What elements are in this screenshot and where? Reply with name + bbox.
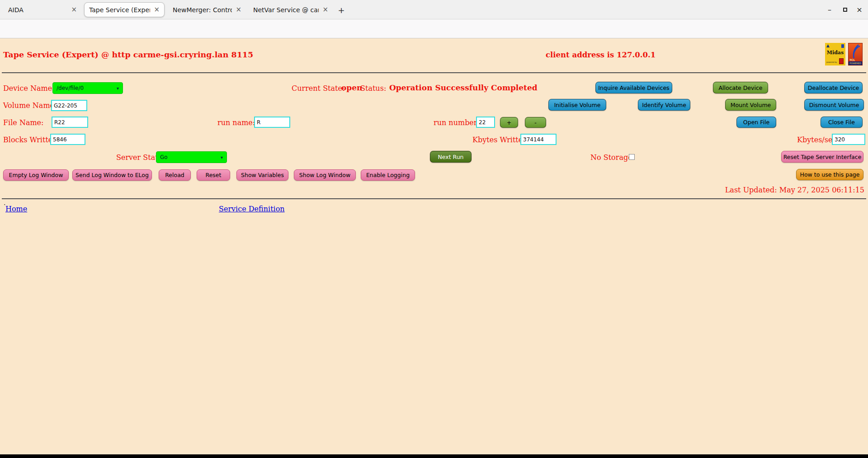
tab-close-icon[interactable]: × bbox=[236, 6, 241, 13]
volume-name-label: Volume Name: bbox=[3, 101, 57, 110]
tab-close-icon[interactable]: × bbox=[322, 6, 328, 13]
kbytes-written-input[interactable] bbox=[520, 134, 557, 145]
tab-close-icon[interactable]: × bbox=[71, 6, 77, 13]
server-state-select[interactable]: Go ▾ bbox=[156, 151, 227, 163]
current-state-label: Current State: bbox=[292, 84, 344, 93]
tab-close-icon[interactable]: × bbox=[154, 6, 160, 13]
file-name-label: File Name: bbox=[3, 118, 43, 127]
last-updated-text: Last Updated: May 27, 2025 06:11:15 bbox=[725, 186, 864, 194]
empty-log-window-button[interactable]: Empty Log Window bbox=[3, 169, 69, 181]
reload-page-button[interactable]: Reload bbox=[159, 169, 191, 181]
status-label: Status: bbox=[360, 84, 386, 93]
deallocate-device-button[interactable]: Deallocate Device bbox=[804, 82, 863, 93]
send-log-window-to-elog-button[interactable]: Send Log Window to ELog bbox=[72, 169, 152, 181]
file-name-input[interactable] bbox=[52, 117, 88, 128]
chevron-down-icon: ▾ bbox=[117, 86, 119, 91]
divider bbox=[2, 72, 866, 73]
midas-logo[interactable]: Midas powered by bbox=[825, 43, 845, 65]
run-number-label: run number: bbox=[434, 118, 480, 127]
maximize-icon bbox=[843, 8, 847, 12]
kbytes-per-sec-input[interactable] bbox=[832, 134, 865, 145]
midas-logo-subtext: powered by bbox=[826, 61, 837, 63]
tab-bar: AIDA × Tape Service (Expert) @ carm × Ne… bbox=[0, 0, 868, 19]
server-state-value: Go bbox=[160, 154, 168, 160]
minimize-button[interactable]: – bbox=[824, 4, 835, 15]
reset-tape-server-interface-button[interactable]: Reset Tape Server Interface bbox=[781, 151, 863, 163]
run-name-input[interactable] bbox=[254, 117, 290, 128]
tcl-logo-text: TCL bbox=[849, 58, 855, 61]
dismount-volume-button[interactable]: Dismount Volume bbox=[804, 99, 864, 111]
device-name-label: Device Name: bbox=[3, 84, 55, 93]
inquire-available-devices-button[interactable]: Inquire Available Devices bbox=[595, 82, 672, 93]
device-name-value: /dev/file/0 bbox=[57, 85, 84, 91]
volume-name-input[interactable] bbox=[51, 100, 87, 111]
tab-title: NetVar Service @ carme-gsi bbox=[253, 6, 319, 14]
how-to-use-this-page-button[interactable]: How to use this page bbox=[796, 169, 863, 180]
no-storage-label: No Storage bbox=[590, 153, 632, 162]
service-definition-link[interactable]: Service Definition bbox=[219, 205, 285, 213]
tab-tape-service[interactable]: Tape Service (Expert) @ carm × bbox=[84, 2, 165, 17]
navigation-toolbar: ← → ↻ localhost:8115/TapeService/TapeSer… bbox=[0, 19, 868, 38]
client-address: client address is 127.0.0.1 bbox=[546, 51, 656, 59]
chevron-down-icon: ▾ bbox=[221, 155, 223, 160]
tab-title: Tape Service (Expert) @ carm bbox=[89, 6, 150, 14]
tcl-logo-subtext: POWERED bbox=[849, 61, 862, 65]
show-variables-button[interactable]: Show Variables bbox=[236, 169, 288, 181]
next-run-button[interactable]: Next Run bbox=[430, 151, 472, 163]
page-content: Tape Service (Expert) @ http carme-gsi.c… bbox=[0, 38, 868, 454]
tab-aida[interactable]: AIDA × bbox=[4, 2, 81, 17]
show-log-window-button[interactable]: Show Log Window bbox=[294, 169, 356, 181]
open-file-button[interactable]: Open File bbox=[736, 117, 776, 128]
enable-logging-button[interactable]: Enable Logging bbox=[361, 169, 415, 181]
device-name-select[interactable]: /dev/file/0 ▾ bbox=[52, 82, 123, 94]
tab-newmerger[interactable]: NewMerger: Control @ carme × bbox=[168, 2, 246, 17]
browser-window: AIDA × Tape Service (Expert) @ carm × Ne… bbox=[0, 0, 868, 458]
close-file-button[interactable]: Close File bbox=[821, 117, 863, 128]
mount-volume-button[interactable]: Mount Volume bbox=[725, 99, 776, 111]
status-value: Operation Successfully Completed bbox=[389, 83, 538, 92]
run-number-input[interactable] bbox=[476, 117, 495, 128]
no-storage-checkbox[interactable] bbox=[629, 154, 635, 160]
current-state-value: open bbox=[341, 83, 362, 92]
tab-netvar[interactable]: NetVar Service @ carme-gsi × bbox=[249, 2, 333, 17]
bottom-edge bbox=[0, 454, 868, 458]
allocate-device-button[interactable]: Allocate Device bbox=[713, 82, 768, 93]
midas-logo-text: Midas bbox=[827, 50, 844, 56]
identify-volume-button[interactable]: Identify Volume bbox=[638, 99, 690, 111]
divider bbox=[2, 198, 866, 199]
new-tab-button[interactable]: + bbox=[335, 4, 347, 16]
run-number-increment-button[interactable]: + bbox=[500, 117, 518, 128]
home-link[interactable]: Home bbox=[5, 205, 27, 213]
server-state-label: Server State bbox=[116, 153, 162, 162]
reset-button[interactable]: Reset bbox=[197, 169, 230, 181]
initialise-volume-button[interactable]: Initialise Volume bbox=[548, 99, 606, 111]
tcl-logo[interactable]: TCL POWERED bbox=[848, 43, 863, 65]
blocks-written-input[interactable] bbox=[50, 134, 85, 145]
run-name-label: run name: bbox=[217, 118, 255, 127]
tab-title: NewMerger: Control @ carme bbox=[173, 6, 232, 14]
run-number-decrement-button[interactable]: - bbox=[525, 117, 546, 128]
midas-logo-decoration bbox=[839, 58, 844, 64]
tab-title: AIDA bbox=[8, 6, 67, 14]
close-window-button[interactable]: × bbox=[854, 4, 865, 15]
page-title: Tape Service (Expert) @ http carme-gsi.c… bbox=[3, 50, 253, 59]
maximize-button[interactable] bbox=[839, 4, 851, 15]
